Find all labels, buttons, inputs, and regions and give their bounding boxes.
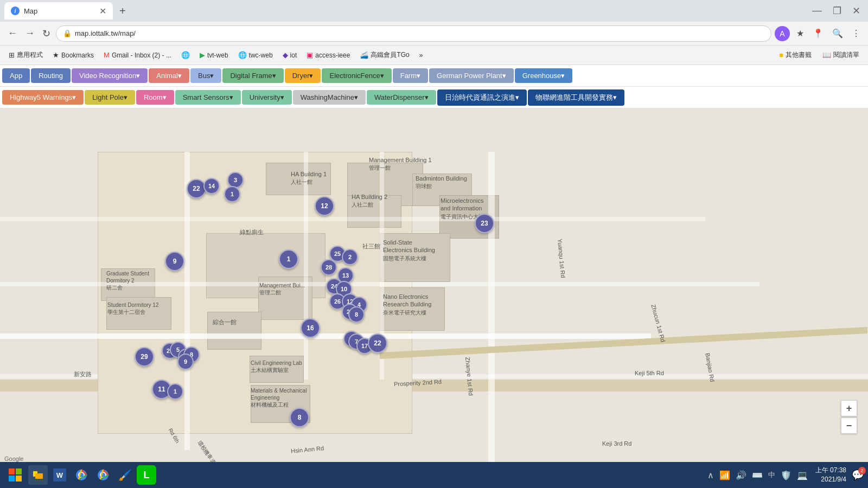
security-icon[interactable]: 🛡️ [778,468,794,483]
bookmark-iot[interactable]: ◆ iot [278,49,302,61]
menu-water-dispenser[interactable]: WaterDispenser▾ [367,90,436,105]
wifi-icon[interactable]: 📶 [717,468,732,483]
marker-22[interactable]: 22 [187,179,206,198]
menu-japanese-comm[interactable]: 日治時代資通訊之演進▾ [437,89,527,106]
chrome2-icon [97,468,110,481]
bookmark-globe1[interactable]: 🌐 [177,49,194,61]
marker-8c[interactable]: 8 [290,408,309,427]
marker-1b[interactable]: 1 [279,249,298,269]
menu-washing-machine[interactable]: WashingMachine▾ [293,90,366,105]
menu-routing[interactable]: Routing [31,68,71,83]
input-method-icon[interactable]: ⌨️ [750,468,765,483]
bookmark-twcweb[interactable]: 🌐 twc-web [234,49,277,61]
bookmark-gmail[interactable]: M Gmail - Inbox (2) - ... [99,49,176,61]
menu-greenhouse[interactable]: Greenhouse▾ [515,68,573,83]
menu-iot-tools[interactable]: 物聯網進階工具開發實務▾ [528,89,624,106]
marker-1a[interactable]: 1 [224,186,240,202]
refresh-button[interactable]: ↻ [40,25,53,42]
minimize-button[interactable]: — [809,5,825,17]
taskbar-paint[interactable]: 🖌️ [115,465,135,485]
address-bar[interactable]: 🔒 map.iottalk.tw/map/ [56,25,771,42]
bookmark-other-label: 其他書籤 [786,50,812,60]
marker-1c[interactable]: 1 [167,383,183,400]
taskbar-chrome2[interactable] [93,465,113,485]
volume-icon[interactable]: 🔊 [733,468,749,483]
back-button[interactable]: ← [5,25,20,41]
marker-12[interactable]: 12 [315,196,334,216]
zoom-in-button[interactable]: + [841,400,857,416]
bookmark-star-icon[interactable]: ★ [794,26,806,41]
system-clock[interactable]: 上午 07:38 2021/9/4 [811,464,851,486]
maximize-button[interactable]: ❐ [829,5,845,17]
taskbar-chrome1[interactable] [72,465,91,485]
road-campus-v2 [304,152,308,380]
marker-23[interactable]: 23 [475,214,494,233]
menu-dryer[interactable]: Dryer▾ [285,68,321,83]
marker-9b[interactable]: 9 [177,354,194,370]
menu-highway5[interactable]: Highway5 Warnings▾ [2,90,84,105]
marker-9[interactable]: 9 [165,252,184,271]
location-icon[interactable]: 📍 [810,26,826,41]
tab-title: Map [24,7,95,15]
marker-14[interactable]: 14 [203,178,220,194]
marker-29[interactable]: 29 [135,347,154,367]
forward-button[interactable]: → [23,25,37,41]
taskbar-files[interactable] [28,465,48,485]
bookmark-access-ieee[interactable]: ▣ access-ieee [302,49,354,61]
profile-icon[interactable]: A [775,26,790,41]
svg-rect-2 [9,476,15,481]
paint-icon: 🖌️ [118,468,132,481]
clock-time: 上午 07:38 [815,466,846,475]
twcweb-icon: 🌐 [238,51,247,59]
google-logo: Google [4,455,23,462]
bookmark-apps[interactable]: ⊞ 應用程式 [4,48,47,62]
menu-video-recognition[interactable]: Video Recognition▾ [72,68,148,83]
window-controls: — ❐ ✕ [809,5,864,17]
marker-22b[interactable]: 22 [368,333,387,353]
tgo-icon: 🚄 [360,51,368,59]
menu-university[interactable]: University▾ [242,90,292,105]
bookmark-more[interactable]: » [415,49,427,61]
tab-close-button[interactable]: ✕ [99,6,106,16]
bookmark-other[interactable]: ■ 其他書籤 [775,48,816,62]
menu-bus[interactable]: Bus▾ [190,68,221,83]
star-icon: ★ [53,51,59,59]
url-display: map.iottalk.tw/map/ [75,29,764,37]
hardware-icon[interactable]: 💻 [795,468,810,483]
menu-farm[interactable]: Farm▾ [393,68,428,83]
menu-app[interactable]: App [2,68,30,83]
taskbar: W 🖌️ L ∧ 📶 🔊 ⌨️ 中 🛡️ 💻 [0,462,868,488]
menu-light-pole[interactable]: Light Pole▾ [85,90,135,105]
bookmark-tvtweb[interactable]: ▶ tvt-web [195,49,233,61]
files-icon [32,469,44,481]
menu-icon[interactable]: ⋮ [850,26,863,41]
taskbar-word[interactable]: W [50,465,69,485]
menu-smart-sensors[interactable]: Smart Sensors▾ [175,90,241,105]
bookmark-bookmarks[interactable]: ★ Bookmarks [48,49,98,61]
expand-tray-icon[interactable]: ∧ [705,468,716,483]
taskbar-line[interactable]: L [137,465,156,485]
map-container[interactable]: Management Building 1管理一館 HA Building 1人… [0,108,868,466]
marker-8b[interactable]: 8 [348,306,365,323]
search-icon[interactable]: 🔍 [830,26,845,41]
road-zhanye1 [488,152,495,466]
start-button[interactable] [4,464,26,486]
menu-room[interactable]: Room▾ [136,90,174,105]
menu-digital-frame[interactable]: Digital Frame▾ [222,68,283,83]
marker-28[interactable]: 28 [321,259,337,275]
menu-electronic-fence[interactable]: ElectronicFence▾ [322,68,391,83]
marker-2a[interactable]: 2 [342,249,358,265]
close-button[interactable]: ✕ [849,5,864,17]
notification-button[interactable]: 💬 2 [852,469,864,481]
menu-german-power-plant[interactable]: German Power Plant▾ [429,68,514,83]
road-campus-h [0,333,651,339]
marker-16[interactable]: 16 [301,318,320,338]
browser-tab[interactable]: i Map ✕ [4,2,113,20]
new-tab-button[interactable]: + [115,5,130,17]
menu-animal[interactable]: Animal▾ [149,68,189,83]
bookmark-reading[interactable]: 📖 閱讀清單 [818,48,864,62]
language-icon[interactable]: 中 [766,468,777,482]
zoom-out-button[interactable]: − [841,418,857,434]
app-menu-bar-row2: Highway5 Warnings▾ Light Pole▾ Room▾ Sma… [0,87,868,108]
bookmark-tgo[interactable]: 🚄 高鐵會員TGo [355,48,413,62]
